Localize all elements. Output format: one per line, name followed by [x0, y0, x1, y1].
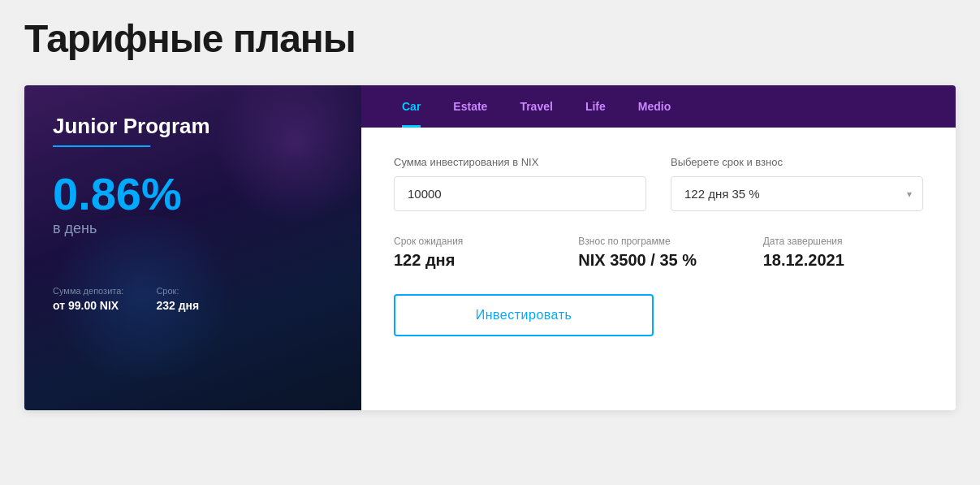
- deposit-info: Сумма депозита: от 99.00 NIX Срок: 232 д…: [53, 286, 333, 313]
- tab-travel[interactable]: Travel: [503, 85, 568, 128]
- contribution-stat: Взнос по программе NIX 3500 / 35 %: [578, 236, 738, 270]
- contribution-value: NIX 3500 / 35 %: [578, 251, 738, 270]
- rate-value: 0.86%: [53, 171, 333, 217]
- end-date-value: 18.12.2021: [763, 251, 923, 270]
- wait-stat: Срок ожидания 122 дня: [394, 236, 554, 270]
- stats-row: Срок ожидания 122 дня Взнос по программе…: [394, 236, 923, 270]
- left-panel: Junior Program 0.86% в день Сумма депози…: [24, 85, 361, 410]
- deposit-label: Сумма депозита:: [53, 286, 123, 296]
- tab-car[interactable]: Car: [386, 85, 437, 128]
- wait-value: 122 дня: [394, 251, 554, 270]
- term-select-label: Выберете срок и взнос: [671, 156, 923, 168]
- main-card: Junior Program 0.86% в день Сумма депози…: [24, 85, 956, 410]
- select-wrapper: 122 дня 35 %232 дня 50 %365 дней 75 % ▾: [671, 176, 923, 211]
- wait-label: Срок ожидания: [394, 236, 554, 247]
- term-group: Выберете срок и взнос 122 дня 35 %232 дн…: [671, 156, 923, 211]
- term-select[interactable]: 122 дня 35 %232 дня 50 %365 дней 75 %: [671, 176, 923, 211]
- end-date-label: Дата завершения: [763, 236, 923, 247]
- tab-life[interactable]: Life: [569, 85, 622, 128]
- investment-input[interactable]: [394, 176, 646, 211]
- tabs-row: Car Estate Travel Life Medio: [361, 85, 956, 128]
- page-title: Тарифные планы: [24, 16, 956, 61]
- program-name: Junior Program: [53, 114, 333, 139]
- rate-label: в день: [53, 220, 333, 237]
- right-content: Сумма инвестирования в NIX Выберете срок…: [361, 128, 956, 410]
- investment-label: Сумма инвестирования в NIX: [394, 156, 646, 168]
- invest-button[interactable]: Инвестировать: [394, 294, 654, 336]
- tab-medio[interactable]: Medio: [622, 85, 687, 128]
- term-item: Срок: 232 дня: [156, 286, 199, 313]
- form-row: Сумма инвестирования в NIX Выберете срок…: [394, 156, 923, 211]
- end-date-stat: Дата завершения 18.12.2021: [763, 236, 923, 270]
- tab-estate[interactable]: Estate: [437, 85, 503, 128]
- right-panel: Car Estate Travel Life Medio Сумма инвес…: [361, 85, 956, 410]
- investment-group: Сумма инвестирования в NIX: [394, 156, 646, 211]
- term-value: 232 дня: [156, 299, 199, 312]
- deposit-item: Сумма депозита: от 99.00 NIX: [53, 286, 123, 313]
- deposit-value: от 99.00 NIX: [53, 299, 119, 312]
- program-underline: [53, 145, 150, 147]
- term-label: Срок:: [156, 286, 199, 296]
- contribution-label: Взнос по программе: [578, 236, 738, 247]
